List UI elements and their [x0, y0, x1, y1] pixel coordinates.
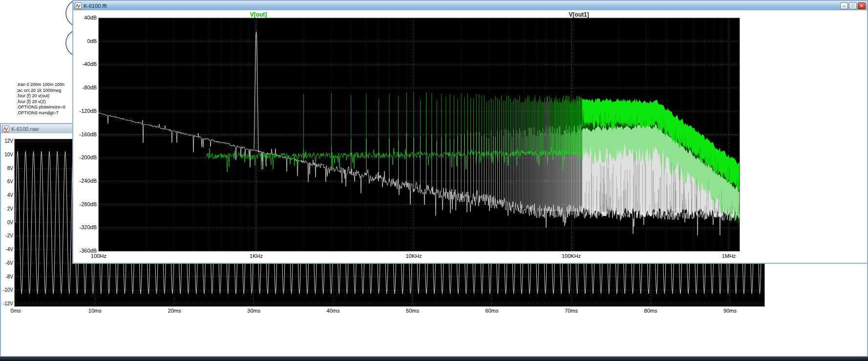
fft-minimize-button[interactable]: – — [840, 2, 848, 9]
fft-y-axis-label: -200dB — [74, 154, 97, 160]
raw-window-icon — [2, 126, 9, 132]
fft-close-button[interactable]: × — [858, 2, 866, 9]
raw-x-axis-label: 60ms — [486, 308, 499, 314]
fft-x-axis-label: 1MHz — [722, 253, 736, 259]
raw-x-axis-label: 0ms — [11, 308, 21, 314]
raw-y-axis-label: -12V — [1, 301, 13, 306]
fft-x-axis-label: 100KHz — [562, 253, 581, 259]
fft-y-axis-label: -320dB — [74, 224, 97, 230]
fft-maximize-button[interactable]: □ — [849, 2, 857, 9]
raw-y-axis-label: -8V — [1, 274, 13, 279]
fft-y-axis-label: -240dB — [74, 178, 97, 184]
raw-x-axis-label: 40ms — [327, 308, 340, 314]
fft-trace-label: V[out] — [250, 11, 267, 18]
fft-trace-label: V[out1] — [569, 11, 589, 18]
fft-y-axis-label: -120dB — [74, 108, 97, 114]
spice-directive-line[interactable]: .OPTIONS numdgt=7 — [17, 110, 65, 116]
raw-x-axis-label: 80ms — [644, 308, 657, 314]
fft-x-axis-label: 1KHz — [250, 253, 263, 259]
fft-plot-area[interactable] — [99, 18, 740, 251]
spice-directive-line[interactable]: ;ac oct 20 1k 1000meg — [17, 88, 65, 94]
fft-y-axis-label: -80dB — [74, 85, 97, 90]
raw-x-axis-label: 50ms — [406, 308, 419, 314]
raw-x-axis-label: 20ms — [168, 308, 181, 314]
raw-x-axis-label: 10ms — [88, 308, 102, 314]
fft-window-icon — [75, 2, 82, 9]
fft-spectrum-chart — [99, 18, 740, 251]
raw-x-axis-label: 90ms — [723, 308, 737, 314]
spice-directive-line[interactable]: .OPTIONS plotwinsize=0 — [17, 105, 65, 110]
schematic-canvas[interactable]: .tran 0 200m 100m 100n;ac oct 20 1k 1000… — [0, 0, 72, 123]
fft-y-axis-label: 0dB — [74, 38, 97, 44]
raw-y-axis-label: 10V — [1, 152, 13, 157]
raw-y-axis-label: -4V — [1, 247, 13, 252]
raw-y-axis-label: -10V — [1, 287, 13, 293]
raw-y-axis-label: 0V — [1, 220, 13, 225]
spice-directives[interactable]: .tran 0 200m 100m 100n;ac oct 20 1k 1000… — [17, 82, 65, 116]
fft-y-axis-label: 40dB — [74, 15, 97, 21]
raw-y-axis-label: 4V — [1, 192, 13, 198]
raw-y-axis-label: 2V — [1, 206, 13, 212]
spice-directive-line[interactable]: .four {f} 20 v(out) — [17, 93, 65, 99]
raw-y-axis-label: -2V — [1, 233, 13, 238]
raw-y-axis-label: -6V — [1, 260, 13, 266]
spice-directive-line[interactable]: .four {f} 20 v(2) — [17, 99, 65, 105]
fft-y-axis-label: -40dB — [74, 61, 97, 67]
fft-x-axis-label: 100Hz — [91, 253, 106, 259]
fft-window-titlebar[interactable]: K-6100.fft – □ × — [73, 1, 867, 10]
raw-x-axis-label: 70ms — [565, 308, 578, 314]
raw-x-axis-label: 30ms — [247, 308, 260, 314]
raw-y-axis-label: 12V — [1, 138, 13, 144]
schematic-component-icon — [0, 0, 72, 68]
fft-x-axis-label: 10KHz — [405, 253, 422, 259]
raw-y-axis-label: 8V — [1, 166, 13, 171]
raw-y-axis-label: 6V — [1, 179, 13, 184]
spice-directive-line[interactable]: .tran 0 200m 100m 100n — [17, 82, 65, 88]
fft-window-title: K-6100.fft — [84, 3, 107, 9]
raw-window-title: K-6100.raw — [11, 126, 39, 132]
fft-plot-window[interactable]: K-6100.fft – □ × 40dB0dB-40dB-80dB-120dB… — [72, 0, 868, 264]
fft-y-axis-label: -160dB — [74, 131, 97, 137]
taskbar[interactable] — [0, 357, 868, 361]
fft-y-axis-label: -280dB — [74, 201, 97, 207]
